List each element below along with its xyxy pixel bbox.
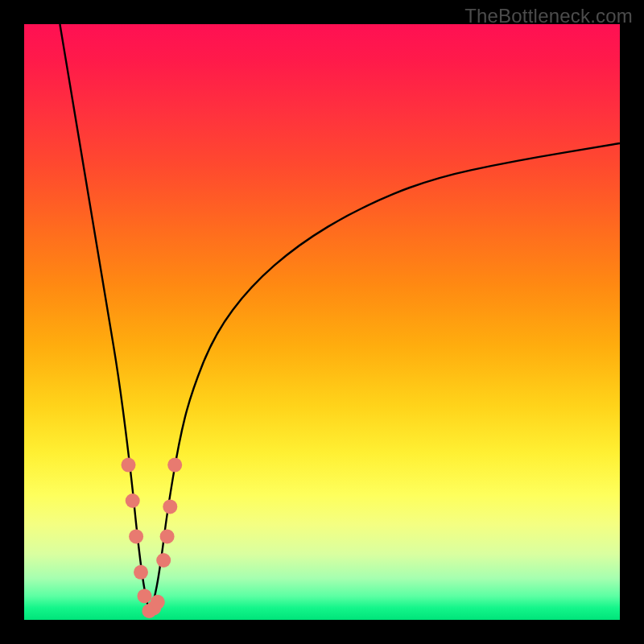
curve-marker — [134, 565, 148, 580]
curve-marker — [163, 499, 177, 514]
watermark-text: TheBottleneck.com — [464, 5, 633, 27]
curve-marker — [138, 588, 152, 603]
plot-area — [24, 24, 620, 620]
chart-svg — [24, 24, 620, 620]
bottleneck-curve — [60, 24, 620, 609]
curve-marker — [167, 458, 182, 473]
curve-marker — [160, 529, 175, 543]
curve-marker — [129, 529, 143, 543]
curve-marker — [122, 458, 136, 473]
chart-frame: TheBottleneck.com — [0, 0, 644, 644]
curve-marker — [126, 493, 140, 508]
curve-marker — [156, 553, 171, 568]
curve-marker — [151, 595, 165, 609]
